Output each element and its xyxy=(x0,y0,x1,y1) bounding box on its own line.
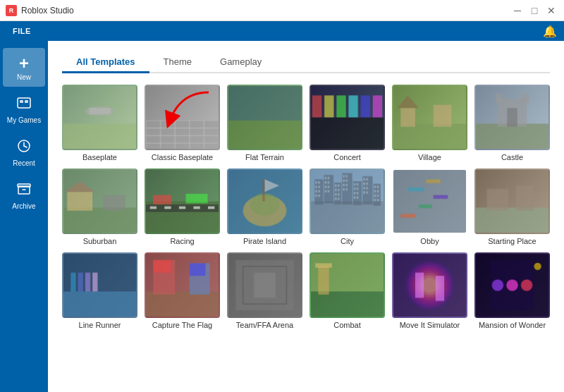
template-item-village[interactable]: Village xyxy=(392,85,467,161)
close-button[interactable]: ✕ xyxy=(544,4,558,18)
template-item-obby[interactable]: Obby xyxy=(392,169,467,245)
template-name-suburban: Suburban xyxy=(62,237,137,245)
app-icon: R xyxy=(6,5,17,16)
tab-theme[interactable]: Theme xyxy=(149,52,206,73)
template-thumb-pirate-island xyxy=(227,169,302,234)
template-thumb-obby xyxy=(392,169,467,234)
menubar: FILE 🔔 xyxy=(0,21,564,41)
template-name-baseplate: Baseplate xyxy=(62,153,137,161)
template-name-starting-place: Starting Place xyxy=(474,237,550,245)
clock-icon xyxy=(16,138,32,157)
tab-gameplay[interactable]: Gameplay xyxy=(206,52,276,73)
menu-file[interactable]: FILE xyxy=(7,27,37,35)
template-name-line-runner: Line Runner xyxy=(62,321,137,329)
template-name-flat-terrain: Flat Terrain xyxy=(227,153,302,161)
template-item-classic-baseplate[interactable]: Classic Baseplate xyxy=(145,85,220,161)
template-item-pirate-island[interactable]: Pirate Island xyxy=(227,169,302,245)
template-name-castle: Castle xyxy=(474,153,550,161)
template-item-line-runner[interactable]: Line Runner xyxy=(62,252,137,329)
template-item-capture-the-flag[interactable]: Capture The Flag xyxy=(145,252,220,329)
template-thumb-team-ffa-arena xyxy=(227,252,302,318)
sidebar-label-new: New xyxy=(17,73,31,81)
plus-icon: + xyxy=(19,54,29,73)
svg-rect-7 xyxy=(18,184,30,187)
template-thumb-village xyxy=(392,85,467,150)
template-name-mansion-of-wonder: Mansion of Wonder xyxy=(474,321,550,329)
template-item-city[interactable]: City xyxy=(309,169,385,245)
template-thumb-racing xyxy=(145,169,220,234)
content-area: All Templates Theme Gameplay BaseplateCl… xyxy=(48,41,564,392)
template-grid: BaseplateClassic BaseplateFlat TerrainCo… xyxy=(62,85,550,329)
template-name-city: City xyxy=(309,237,385,245)
template-item-starting-place[interactable]: Starting Place xyxy=(474,169,550,245)
archive-icon xyxy=(16,181,32,200)
svg-line-5 xyxy=(24,146,27,147)
template-thumb-move-it-simulator xyxy=(392,252,467,318)
template-thumb-suburban xyxy=(62,169,137,234)
sidebar-label-my-games: My Games xyxy=(7,116,41,124)
template-thumb-castle xyxy=(474,85,550,150)
template-thumb-classic-baseplate xyxy=(145,85,220,150)
template-name-concert: Concert xyxy=(309,153,385,161)
sidebar: + New My Games Recent xyxy=(0,41,48,392)
template-item-team-ffa-arena[interactable]: Team/FFA Arena xyxy=(227,252,302,329)
template-item-castle[interactable]: Castle xyxy=(474,85,550,161)
template-name-pirate-island: Pirate Island xyxy=(227,237,302,245)
template-name-team-ffa-arena: Team/FFA Arena xyxy=(227,321,302,329)
sidebar-item-recent[interactable]: Recent xyxy=(3,133,45,173)
template-item-suburban[interactable]: Suburban xyxy=(62,169,137,245)
template-thumb-baseplate xyxy=(62,85,137,150)
template-thumb-city xyxy=(309,169,385,234)
template-item-concert[interactable]: Concert xyxy=(309,85,385,161)
template-item-combat[interactable]: Combat xyxy=(309,252,385,329)
template-thumb-line-runner xyxy=(62,252,137,318)
tab-all-templates[interactable]: All Templates xyxy=(62,52,149,73)
template-name-racing: Racing xyxy=(145,237,220,245)
tabs-container: All Templates Theme Gameplay xyxy=(62,52,550,73)
sidebar-label-recent: Recent xyxy=(13,159,35,167)
template-item-mansion-of-wonder[interactable]: Mansion of Wonder xyxy=(474,252,550,329)
template-item-move-it-simulator[interactable]: Move It Simulator xyxy=(392,252,467,329)
sidebar-item-archive[interactable]: Archive xyxy=(3,176,45,216)
template-thumb-starting-place xyxy=(474,169,550,234)
games-icon xyxy=(16,95,32,114)
titlebar: R Roblox Studio ─ □ ✕ xyxy=(0,0,564,21)
svg-rect-2 xyxy=(25,100,28,103)
template-name-obby: Obby xyxy=(392,237,467,245)
template-name-combat: Combat xyxy=(309,321,385,329)
maximize-button[interactable]: □ xyxy=(527,4,541,18)
sidebar-item-new[interactable]: + New xyxy=(3,48,45,87)
template-name-move-it-simulator: Move It Simulator xyxy=(392,321,467,329)
template-thumb-combat xyxy=(309,252,385,318)
template-name-capture-the-flag: Capture The Flag xyxy=(145,321,220,329)
template-item-racing[interactable]: Racing xyxy=(145,169,220,245)
template-name-classic-baseplate: Classic Baseplate xyxy=(145,153,220,161)
template-thumb-flat-terrain xyxy=(227,85,302,150)
template-item-baseplate[interactable]: Baseplate xyxy=(62,85,137,161)
svg-rect-0 xyxy=(18,98,30,108)
svg-rect-1 xyxy=(20,100,23,103)
notification-icon[interactable]: 🔔 xyxy=(543,25,557,37)
sidebar-label-archive: Archive xyxy=(12,202,35,210)
template-thumb-mansion-of-wonder xyxy=(474,252,550,318)
minimize-button[interactable]: ─ xyxy=(510,4,525,18)
sidebar-item-my-games[interactable]: My Games xyxy=(3,90,45,130)
template-thumb-capture-the-flag xyxy=(145,252,220,318)
template-item-flat-terrain[interactable]: Flat Terrain xyxy=(227,85,302,161)
app-title: Roblox Studio xyxy=(21,6,74,16)
template-thumb-concert xyxy=(309,85,385,150)
template-name-village: Village xyxy=(392,153,467,161)
